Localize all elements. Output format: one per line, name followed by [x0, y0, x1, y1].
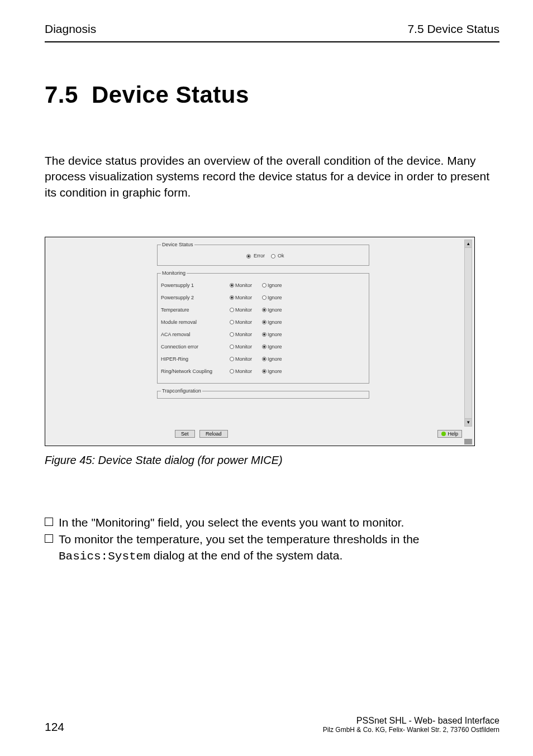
checklist-box-1 — [45, 518, 53, 526]
heading-text: Device Status — [92, 82, 249, 108]
set-button[interactable]: Set — [175, 430, 195, 438]
monitoring-row: Ring/Network CouplingMonitorIgnore — [161, 365, 365, 377]
ignore-label: Ignore — [268, 369, 282, 374]
header-left: Diagnosis — [45, 22, 96, 36]
ignore-radio[interactable] — [262, 369, 266, 374]
monitor-radio[interactable] — [230, 308, 234, 312]
monitoring-row-label: Connection error — [161, 344, 225, 350]
device-status-legend: Device Status — [161, 242, 194, 247]
scroll-up-icon[interactable]: ▴ — [465, 240, 472, 248]
ignore-label: Ignore — [268, 295, 282, 300]
monitor-label: Monitor — [235, 307, 252, 313]
status-ok-radio[interactable] — [271, 254, 275, 259]
monitor-radio[interactable] — [230, 344, 234, 349]
monitoring-row-label: Powersupply 1 — [161, 283, 225, 288]
figure-45: ▴ ▾ Device Status Error Ok Monitoring Po… — [45, 237, 499, 467]
scroll-down-icon[interactable]: ▾ — [465, 418, 472, 426]
monitor-radio[interactable] — [230, 369, 234, 374]
monitoring-row-label: Ring/Network Coupling — [161, 369, 225, 374]
page-footer: 124 PSSnet SHL - Web- based Interface Pi… — [45, 716, 499, 734]
monitor-label: Monitor — [235, 295, 252, 300]
ignore-radio[interactable] — [262, 332, 266, 337]
dialog-button-row: Set Reload — [175, 428, 230, 438]
monitor-radio[interactable] — [230, 320, 234, 324]
ignore-label: Ignore — [268, 283, 282, 288]
monitoring-row-label: HIPER-Ring — [161, 356, 225, 362]
ignore-label: Ignore — [268, 344, 282, 350]
monitoring-row: Powersupply 1MonitorIgnore — [161, 279, 365, 291]
status-error-radio[interactable] — [246, 254, 251, 259]
monitoring-row-label: Powersupply 2 — [161, 295, 225, 300]
ignore-radio[interactable] — [262, 295, 266, 300]
monitor-label: Monitor — [235, 283, 252, 288]
monitor-radio[interactable] — [230, 295, 234, 300]
page-title: 7.5Device Status — [45, 82, 499, 108]
monitoring-row: Powersupply 2MonitorIgnore — [161, 291, 365, 304]
monitoring-row: HIPER-RingMonitorIgnore — [161, 353, 365, 365]
footer-title: PSSnet SHL - Web- based Interface — [323, 716, 499, 726]
status-ok-label: Ok — [278, 253, 284, 259]
monitor-label: Monitor — [235, 369, 252, 374]
header-rule — [45, 41, 499, 42]
monitoring-row-label: ACA removal — [161, 332, 225, 337]
device-state-dialog: ▴ ▾ Device Status Error Ok Monitoring Po… — [45, 237, 475, 446]
checklist-item-2: To monitor the temperature, you set the … — [59, 532, 420, 564]
device-status-group: Device Status Error Ok — [157, 242, 369, 266]
checklist: In the "Monitoring" field, you select th… — [45, 515, 499, 564]
help-label: Help — [448, 431, 458, 437]
reload-button[interactable]: Reload — [199, 430, 228, 438]
monitoring-row: Connection errorMonitorIgnore — [161, 341, 365, 353]
ignore-label: Ignore — [268, 319, 282, 325]
monitoring-legend: Monitoring — [161, 270, 187, 276]
resize-grip-icon[interactable] — [464, 439, 472, 444]
monitor-radio[interactable] — [230, 283, 234, 288]
checklist-box-2 — [45, 534, 53, 543]
header-right: 7.5 Device Status — [407, 22, 499, 36]
checklist-item-2-code: Basics:System — [59, 550, 150, 563]
figure-caption: Figure 45: Device State dialog (for powe… — [45, 454, 499, 467]
monitor-label: Monitor — [235, 332, 252, 337]
heading-number: 7.5 — [45, 82, 78, 108]
page-number: 124 — [45, 720, 64, 734]
status-error-label: Error — [254, 253, 265, 259]
checklist-item-1: In the "Monitoring" field, you select th… — [59, 515, 404, 530]
ignore-label: Ignore — [268, 332, 282, 337]
monitor-radio[interactable] — [230, 332, 234, 337]
ignore-radio[interactable] — [262, 308, 266, 312]
monitoring-row-label: Module removal — [161, 319, 225, 325]
footer-address: Pilz GmbH & Co. KG, Felix- Wankel Str. 2… — [323, 726, 499, 734]
help-button[interactable]: Help — [437, 430, 462, 438]
monitor-label: Monitor — [235, 344, 252, 350]
ignore-radio[interactable] — [262, 344, 266, 349]
monitor-label: Monitor — [235, 319, 252, 325]
intro-paragraph: The device status provides an overview o… — [45, 153, 499, 200]
trapconfig-legend: Trapconfiguration — [161, 388, 202, 394]
ignore-label: Ignore — [268, 307, 282, 313]
checklist-item-2b: dialog at the end of the system data. — [150, 549, 342, 562]
ignore-radio[interactable] — [262, 283, 266, 288]
ignore-radio[interactable] — [262, 357, 266, 361]
monitoring-row-label: Temperature — [161, 307, 225, 313]
monitoring-row: ACA removalMonitorIgnore — [161, 328, 365, 341]
scrollbar[interactable]: ▴ ▾ — [464, 240, 472, 427]
trapconfig-group: Trapconfiguration — [157, 388, 369, 399]
monitoring-row: TemperatureMonitorIgnore — [161, 304, 365, 316]
monitor-radio[interactable] — [230, 357, 234, 361]
ignore-label: Ignore — [268, 356, 282, 362]
checklist-item-2a: To monitor the temperature, you set the … — [59, 533, 420, 546]
monitoring-group: Monitoring Powersupply 1MonitorIgnorePow… — [157, 270, 369, 384]
monitor-label: Monitor — [235, 356, 252, 362]
monitoring-row: Module removalMonitorIgnore — [161, 316, 365, 328]
help-icon — [441, 432, 446, 436]
ignore-radio[interactable] — [262, 320, 266, 324]
